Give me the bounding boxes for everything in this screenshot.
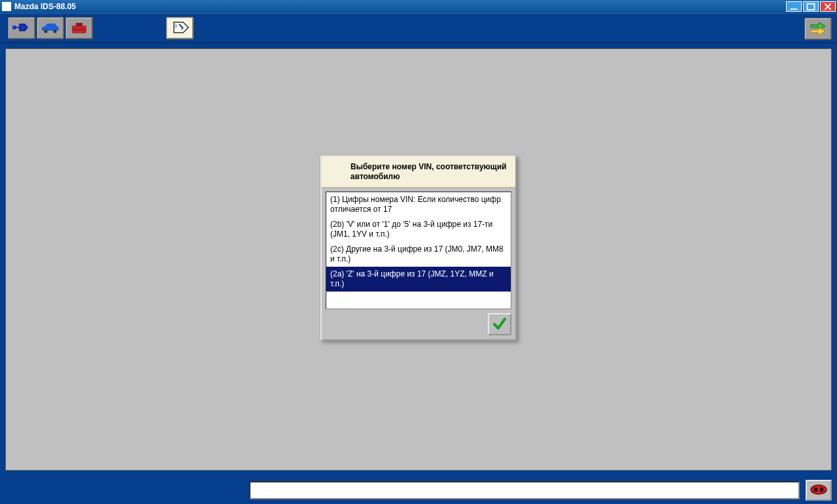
window-controls [786, 1, 836, 12]
svg-rect-13 [814, 488, 817, 492]
svg-point-7 [54, 29, 57, 33]
info-tag-button[interactable]: i [166, 17, 194, 39]
toolbar: i [0, 13, 837, 43]
dialog-title: Выберите номер VIN, соответствующий авто… [322, 157, 515, 188]
vehicle-icon [39, 19, 61, 38]
close-button[interactable] [820, 1, 836, 12]
next-button[interactable] [804, 18, 832, 40]
svg-point-12 [811, 485, 827, 494]
app-icon [2, 2, 11, 11]
svg-rect-5 [42, 27, 59, 31]
toolbar-group-center: i [166, 17, 194, 39]
connector-button[interactable] [8, 17, 35, 39]
window-title: Mazda IDS-88.05 [14, 2, 76, 11]
vin-option-list[interactable]: (1) Цифры номера VIN: Если количество ци… [326, 192, 511, 309]
list-item[interactable]: (2b) 'V' или от '1' до '5' на 3-й цифре … [326, 217, 511, 242]
error-button[interactable] [806, 480, 832, 501]
status-field[interactable] [249, 481, 800, 499]
vehicle-button[interactable] [37, 17, 64, 39]
svg-point-4 [12, 25, 16, 29]
titlebar: Mazda IDS-88.05 [0, 0, 837, 13]
bottom-bar [0, 476, 837, 504]
list-item[interactable]: (1) Цифры номера VIN: Если количество ци… [326, 192, 511, 217]
list-item[interactable]: (2c) Другие на 3-й цифре из 17 (JM0, JM7… [326, 242, 511, 267]
vin-select-dialog: Выберите номер VIN, соответствующий авто… [320, 156, 517, 341]
svg-point-6 [44, 29, 48, 33]
info-tag-icon: i [169, 19, 191, 38]
check-icon [492, 316, 507, 333]
minimize-button[interactable] [786, 1, 802, 12]
error-icon [809, 482, 828, 499]
ok-button[interactable] [488, 313, 511, 335]
list-item[interactable]: (2a) 'Z' на 3-й цифре из 17 (JMZ, 1YZ, M… [326, 267, 511, 292]
toolbar-group-left [8, 17, 93, 39]
svg-text:i: i [175, 23, 177, 29]
maximize-button[interactable] [803, 1, 819, 12]
connector-icon [10, 19, 33, 38]
dialog-footer [322, 313, 515, 339]
toolbox-icon [68, 19, 90, 38]
toolbox-button[interactable] [65, 17, 93, 39]
arrows-right-icon [807, 20, 829, 39]
svg-rect-1 [807, 4, 814, 10]
svg-rect-14 [820, 488, 823, 492]
svg-rect-9 [76, 23, 82, 26]
